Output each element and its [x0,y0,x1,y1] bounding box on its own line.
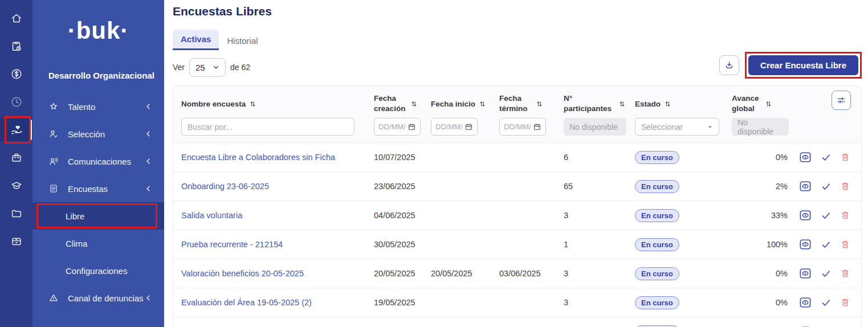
check-icon[interactable] [821,182,831,191]
main-content: Encuestas Libres Activas Historial Ver 2… [164,0,868,327]
sidebar-section-title: Desarrollo Organizacional [48,71,164,81]
delete-button[interactable] [841,239,850,250]
check-icon[interactable] [821,211,831,220]
page-size-select[interactable]: 25 [189,58,226,77]
sidebar-item-configuraciones[interactable]: Configuraciones [32,257,164,284]
chevron-left-icon [145,294,152,302]
estado-select-value: Seleccionar [641,122,683,132]
table-body: Encuesta Libre a Colaboradores sin Ficha… [173,142,861,327]
clock-icon[interactable] [0,91,32,113]
buk-logo: ·buk· [32,15,164,47]
table-row: Valoración beneficios 20-05-2025 20/05/2… [173,259,861,288]
delete-button[interactable] [841,268,850,279]
check-icon[interactable] [821,240,831,249]
column-header-nombre[interactable]: Nombre encuesta [173,92,367,116]
column-settings-button[interactable] [832,91,851,110]
column-header-estado[interactable]: Estado [628,92,725,116]
graduation-cap-icon[interactable] [0,174,32,197]
sidebar-item-clima[interactable]: Clima [32,230,164,257]
total-count-label: de 62 [230,63,250,72]
column-header-participantes[interactable]: N° participantes [557,92,628,116]
sidebar-item-libre[interactable]: Libre [32,202,164,230]
check-icon[interactable] [821,299,831,307]
column-header-avance[interactable]: Avance global [725,92,793,116]
participantes-cell: 3 [557,298,628,307]
survey-link[interactable]: Evaluación del Área 19-05-2025 (2) [181,298,312,307]
date-placeholder: DD/MM/ [378,122,406,131]
date-input-inicio[interactable]: DD/MM/ [431,118,478,136]
sidebar-item-canal-denuncias[interactable]: Canal de denuncias [32,284,164,312]
row-actions [793,181,861,192]
column-header-fecha-creacion[interactable]: Fecha creación [367,92,424,116]
column-header-fecha-inicio[interactable]: Fecha inicio [424,92,492,116]
avance-cell: 0% [725,269,793,278]
estado-cell: En curso [628,238,725,251]
clipboard-clock-icon[interactable] [0,35,32,58]
survey-link[interactable]: Salida voluntaria [181,211,242,220]
survey-link[interactable]: Valoración beneficios 20-05-2025 [181,269,304,278]
create-button-highlight: Crear Encuesta Libre [745,52,862,79]
date-input-termino[interactable]: DD/MM/ [499,118,546,136]
column-label: Fecha término [499,93,532,114]
table-row: Evaluación del Área 19-05-2025 (4) 19/05… [173,317,861,327]
create-encuesta-button[interactable]: Crear Encuesta Libre [748,55,858,75]
calendar-icon [464,122,473,131]
view-results-button[interactable] [799,268,812,279]
participantes-cell: 3 [557,269,628,278]
status-badge: En curso [635,238,679,251]
hand-heart-icon[interactable] [0,118,32,141]
survey-name-cell: Valoración beneficios 20-05-2025 [173,269,367,278]
toolbar-right: Crear Encuesta Libre [719,52,862,79]
date-placeholder: DD/MM/ [504,122,531,131]
row-actions [793,268,861,279]
view-results-button[interactable] [799,210,812,221]
sort-icon[interactable] [536,100,543,108]
status-badge: En curso [635,209,679,222]
sort-icon[interactable] [619,100,625,108]
money-icon[interactable] [0,63,32,85]
search-input[interactable] [181,118,354,136]
sidebar-item-seleccion[interactable]: Selección [32,120,164,148]
folder-icon[interactable] [0,202,32,225]
column-label: N° participantes [564,93,615,114]
download-button[interactable] [719,55,739,75]
tab-activas[interactable]: Activas [173,30,219,50]
check-icon[interactable] [821,269,831,278]
sidebar-item-comunicaciones[interactable]: Comunicaciones [32,148,164,175]
delete-button[interactable] [841,297,850,308]
sidebar-item-label: Talento [68,102,95,112]
survey-link[interactable]: Encuesta Libre a Colaboradores sin Ficha [181,153,335,162]
survey-name-cell: Prueba recurrente - 212154 [173,240,367,249]
delete-button[interactable] [841,210,850,220]
page-title: Encuestas Libres [173,5,862,18]
sort-icon[interactable] [411,100,417,108]
sort-icon[interactable] [665,100,671,108]
estado-select[interactable]: Seleccionar [635,118,719,136]
briefcase-icon[interactable] [0,146,32,169]
sidebar: ·buk· Desarrollo Organizacional Talento … [32,0,164,327]
date-input-creacion[interactable]: DD/MM/ [374,118,421,136]
sidebar-item-talento[interactable]: Talento [32,93,164,120]
sort-icon[interactable] [250,100,256,108]
column-header-fecha-termino[interactable]: Fecha término [492,92,557,116]
sort-icon[interactable] [765,100,772,108]
view-results-button[interactable] [799,297,812,308]
view-results-button[interactable] [799,181,812,192]
delete-button[interactable] [841,181,850,191]
sidebar-item-encuestas[interactable]: Encuestas [32,175,164,202]
sort-icon[interactable] [479,100,486,108]
date-placeholder: DD/MM/ [435,122,463,131]
delete-button[interactable] [841,152,850,162]
archive-icon[interactable] [0,230,32,253]
column-label: Estado [635,100,661,108]
column-settings-icon [836,95,846,105]
home-icon[interactable] [0,7,32,30]
view-results-button[interactable] [799,152,812,163]
tab-historial[interactable]: Historial [219,31,266,50]
participantes-cell: 3 [557,211,628,220]
view-results-button[interactable] [799,239,812,250]
survey-link[interactable]: Prueba recurrente - 212154 [181,240,283,249]
check-icon[interactable] [821,153,831,162]
survey-link[interactable]: Onboarding 23-06-2025 [181,182,269,191]
person-check-icon [48,129,60,139]
